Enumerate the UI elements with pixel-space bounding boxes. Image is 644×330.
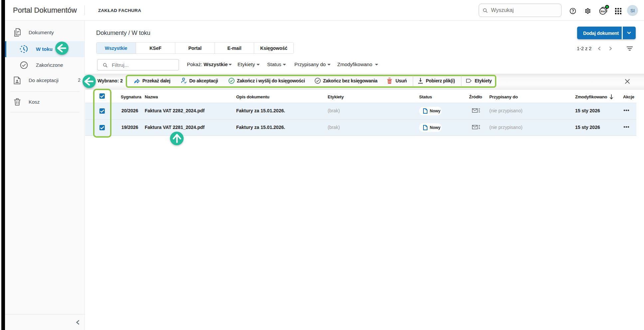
svg-text:Ins: Ins [600,10,605,13]
